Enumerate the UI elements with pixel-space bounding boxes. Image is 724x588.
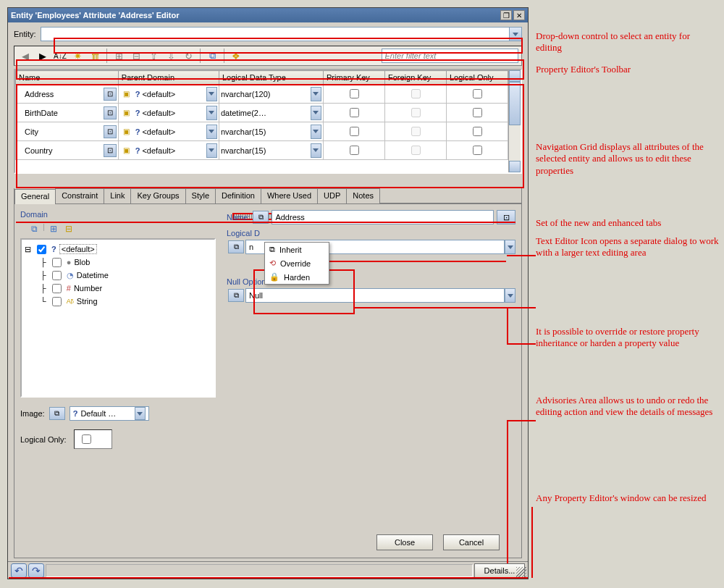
hierarchy-icon[interactable]: ⊟ (62, 222, 75, 235)
dropdown-icon[interactable] (311, 106, 321, 120)
tree-item[interactable]: ├◔Datetime (25, 269, 211, 282)
col-primary-key[interactable]: Primary Key (323, 71, 384, 85)
dropdown-icon[interactable] (206, 143, 217, 158)
text-editor-icon[interactable]: ⊡ (497, 210, 515, 224)
filter-input[interactable]: Enter filter text (382, 49, 519, 63)
tool-icon-2[interactable]: ⊟ (128, 48, 144, 64)
tree-checkbox[interactable] (52, 284, 62, 293)
inherit-icon: ▣ (120, 88, 133, 101)
dropdown-icon[interactable] (206, 125, 217, 139)
dropdown-icon[interactable] (206, 106, 217, 120)
scroll-down-icon[interactable] (509, 161, 521, 172)
dropdown-icon[interactable] (505, 288, 515, 303)
cell-name: City (25, 127, 38, 136)
pk-checkbox[interactable] (350, 127, 359, 136)
tab-general[interactable]: General (14, 189, 56, 204)
logicalonly-checkbox[interactable] (473, 127, 482, 136)
redo-icon[interactable]: ↷ (28, 563, 44, 578)
restore-icon[interactable]: ❐ (500, 10, 512, 20)
col-parent-domain[interactable]: Parent Domain (118, 71, 219, 85)
nav-prev-icon[interactable]: ◀ (17, 48, 33, 64)
logicalonly-checkbox[interactable] (473, 146, 482, 155)
scrollbar[interactable] (508, 70, 521, 172)
image-combo[interactable]: ? Default … (70, 406, 149, 421)
cascade-icon[interactable]: ⧉ (49, 407, 65, 420)
dropdown-icon[interactable] (505, 240, 515, 254)
cascade-icon[interactable]: ⧉ (204, 48, 220, 64)
help-icon[interactable]: ❖ (228, 48, 244, 64)
tabstrip: General Constraint Link Key Groups Style… (14, 188, 521, 204)
table-row[interactable]: Address⊡ ▣?<default> nvarchar(120) (16, 85, 508, 104)
nav-next-icon[interactable]: ▶ (35, 48, 51, 64)
tree-checkbox[interactable] (52, 258, 62, 267)
nulloption-combo[interactable]: Null (245, 288, 505, 303)
pk-checkbox[interactable] (350, 146, 359, 155)
pk-checkbox[interactable] (350, 89, 359, 98)
col-name[interactable]: Name (16, 71, 119, 85)
attribute-grid: Name Parent Domain Logical Data Type Pri… (14, 69, 522, 174)
menu-item-inherit[interactable]: ⧉Inherit (265, 243, 329, 256)
logicalonly-checkbox[interactable] (473, 108, 482, 117)
name-input[interactable]: Address (272, 210, 494, 224)
scroll-up-icon[interactable] (509, 70, 521, 82)
col-logical-datatype[interactable]: Logical Data Type (219, 71, 323, 85)
cell-name: BirthDate (25, 109, 58, 117)
new-icon[interactable]: ✷ (70, 48, 85, 64)
expand-editor-icon[interactable]: ⊡ (104, 144, 117, 157)
tab-link[interactable]: Link (104, 188, 131, 203)
tool-icon-3[interactable]: ↻ (180, 48, 196, 64)
close-button[interactable]: Close (376, 534, 433, 550)
col-logical-only[interactable]: Logical Only (446, 71, 508, 85)
logicalonly-checkbox[interactable] (82, 434, 91, 444)
sort-icon[interactable]: ⊞ (47, 222, 60, 235)
dropdown-icon[interactable] (311, 143, 321, 158)
tree-item[interactable]: └AꞵString (25, 295, 211, 308)
tab-whereused[interactable]: Where Used (261, 188, 318, 203)
tab-style[interactable]: Style (185, 188, 216, 203)
col-foreign-key[interactable]: Foreign Key (384, 71, 446, 85)
tab-constraint[interactable]: Constraint (55, 188, 104, 203)
chevron-down-icon[interactable] (509, 28, 521, 41)
delete-icon[interactable]: 🗑 (87, 48, 103, 64)
undo-icon[interactable]: ↶ (11, 563, 27, 578)
menu-item-override[interactable]: ⟲Override (265, 256, 329, 270)
table-row[interactable]: BirthDate⊡ ▣?<default> datetime(2… (16, 104, 508, 122)
cascade-icon[interactable]: ⧉ (228, 240, 244, 253)
tab-udp[interactable]: UDP (317, 188, 347, 203)
move-up-icon[interactable]: ⇧ (146, 48, 161, 64)
tree-item-root[interactable]: ⊟ ? <default> (25, 243, 211, 256)
close-icon[interactable]: ✕ (513, 10, 525, 20)
titlebar[interactable]: Entity 'Employees' Attribute 'Address' E… (8, 8, 528, 22)
dropdown-icon[interactable] (206, 87, 217, 101)
cascade-icon[interactable]: ⧉ (28, 222, 41, 235)
tab-keygroups[interactable]: Key Groups (130, 188, 185, 203)
expand-editor-icon[interactable]: ⊡ (104, 106, 117, 119)
entity-combo[interactable] (41, 27, 522, 41)
tree-checkbox[interactable] (37, 245, 46, 254)
logicalonly-checkbox[interactable] (473, 89, 482, 98)
domain-tree[interactable]: ⊟ ? <default> ├●Blob ├◔Datetime ├#Number… (20, 238, 216, 398)
tree-checkbox[interactable] (52, 271, 62, 280)
table-row[interactable]: City⊡ ▣?<default> nvarchar(15) (16, 122, 508, 141)
tree-item[interactable]: ├#Number (25, 282, 211, 295)
move-down-icon[interactable]: ⇩ (163, 48, 179, 64)
table-row[interactable]: Country⊡ ▣?<default> nvarchar(15) (16, 141, 508, 160)
tab-notes[interactable]: Notes (346, 188, 380, 203)
tree-item[interactable]: ├●Blob (25, 256, 211, 269)
expand-editor-icon[interactable]: ⊡ (104, 88, 117, 101)
scroll-thumb[interactable] (509, 82, 521, 125)
dropdown-icon[interactable] (311, 125, 321, 139)
tree-checkbox[interactable] (52, 297, 62, 306)
menu-item-harden[interactable]: 🔒Harden (265, 270, 329, 284)
cancel-button[interactable]: Cancel (443, 534, 500, 550)
tab-definition[interactable]: Definition (215, 188, 261, 203)
pk-checkbox[interactable] (350, 108, 359, 117)
resize-grip[interactable] (516, 567, 526, 577)
sort-icon[interactable]: A↓Z (52, 48, 68, 64)
expand-editor-icon[interactable]: ⊡ (104, 125, 117, 138)
tool-icon-1[interactable]: ⊞ (111, 48, 127, 64)
cascade-icon[interactable]: ⧉ (253, 211, 269, 224)
dropdown-icon[interactable] (135, 407, 146, 420)
cascade-icon[interactable]: ⧉ (228, 289, 244, 302)
dropdown-icon[interactable] (311, 87, 321, 101)
